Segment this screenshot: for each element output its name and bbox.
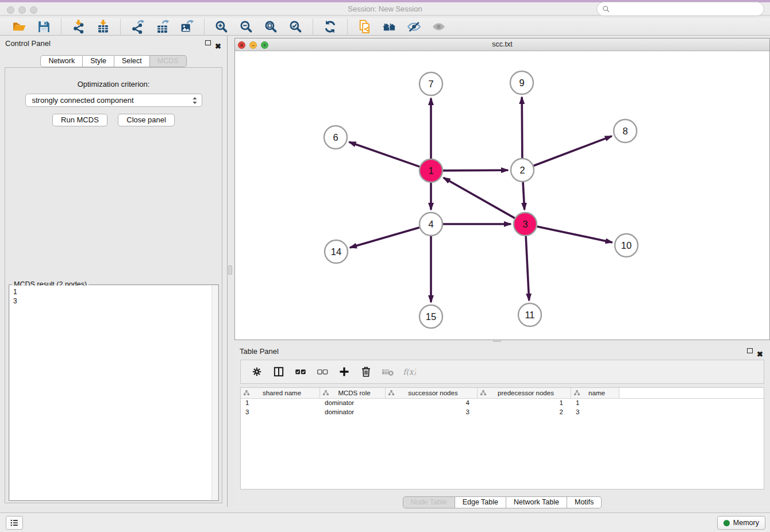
edge-3-11[interactable] <box>526 236 529 300</box>
home-icon <box>382 20 396 34</box>
delete-row-button[interactable] <box>360 365 372 378</box>
node-1[interactable]: 1 <box>419 159 442 182</box>
select-all-icon <box>294 365 307 378</box>
node-3[interactable]: 3 <box>514 213 537 236</box>
zoom-fit-button[interactable] <box>263 19 279 34</box>
home-button[interactable] <box>382 19 397 34</box>
network-view-window: ✕ – + scc.txt 7968124314101511 <box>234 38 770 340</box>
edge-1-2[interactable] <box>443 170 508 171</box>
hide-selected-button[interactable] <box>406 19 422 34</box>
node-7[interactable]: 7 <box>419 72 442 95</box>
column-header-successor-nodes[interactable]: successor nodes <box>386 388 478 398</box>
toolbar-separator <box>61 19 61 34</box>
toolbar-separator <box>204 19 205 34</box>
search-input[interactable] <box>613 5 759 13</box>
memory-button[interactable]: Memory <box>717 516 765 530</box>
edge-2-9[interactable] <box>522 97 522 158</box>
deselect-all-button[interactable] <box>316 365 329 378</box>
save-session-icon <box>37 20 51 34</box>
mcds-tab-content: Optimization criterion: strongly connect… <box>5 67 222 503</box>
column-label: MCDS role <box>329 390 385 396</box>
show-all-icon <box>432 20 446 34</box>
network-canvas[interactable]: 7968124314101511 <box>235 51 769 340</box>
node-label: 3 <box>522 219 528 229</box>
edge-2-8[interactable] <box>534 136 612 166</box>
refresh-button[interactable] <box>322 19 338 34</box>
table-cell: 3 <box>386 408 478 417</box>
run-mcds-button[interactable]: Run MCDS <box>52 114 107 126</box>
deselect-all-icon <box>316 365 329 378</box>
table-row[interactable]: 1dominator411 <box>241 399 764 408</box>
tab-select[interactable]: Select <box>114 55 150 67</box>
criterion-select[interactable]: strongly connected component <box>25 94 202 107</box>
node-label: 9 <box>519 78 524 88</box>
duplicate-network-button[interactable] <box>357 19 372 34</box>
edge-3-10[interactable] <box>537 226 613 242</box>
node-4[interactable]: 4 <box>419 213 442 236</box>
edge-2-3[interactable] <box>523 182 525 210</box>
node-8[interactable]: 8 <box>614 119 637 142</box>
network-graph: 7968124314101511 <box>235 51 769 340</box>
export-network-button[interactable] <box>130 19 145 34</box>
zoom-selected-button[interactable] <box>288 19 303 34</box>
close-panel-button[interactable]: Close panel <box>118 114 175 126</box>
column-label: predecessor nodes <box>487 390 571 396</box>
tab-node-table[interactable]: Node Table <box>403 496 455 508</box>
node-15[interactable]: 15 <box>419 305 442 328</box>
tab-edge-table[interactable]: Edge Table <box>455 496 506 508</box>
tab-network[interactable]: Network <box>40 55 83 67</box>
attribute-tree-icon <box>322 390 329 396</box>
float-panel-icon[interactable] <box>205 40 211 45</box>
column-header-MCDS-role[interactable]: MCDS role <box>320 388 386 398</box>
column-header-name[interactable]: name <box>571 388 619 398</box>
control-panel-header: Control Panel ✖ <box>0 36 227 51</box>
node-6[interactable]: 6 <box>324 126 347 149</box>
columns-button[interactable] <box>272 365 285 378</box>
import-table-button[interactable] <box>95 19 111 34</box>
tab-network-table[interactable]: Network Table <box>506 496 567 508</box>
add-row-button[interactable] <box>338 365 351 378</box>
node-14[interactable]: 14 <box>325 240 348 263</box>
mcds-result-line: 3 <box>13 296 218 306</box>
search-box[interactable] <box>596 2 764 16</box>
edge-3-1[interactable] <box>444 178 515 218</box>
table-cell: 3 <box>241 408 320 417</box>
task-history-button[interactable] <box>6 516 23 530</box>
edge-1-6[interactable] <box>349 142 420 167</box>
import-network-button[interactable] <box>71 19 86 34</box>
node-9[interactable]: 9 <box>510 71 533 94</box>
table-row[interactable]: 3dominator323 <box>241 408 764 417</box>
column-header-shared-name[interactable]: shared name <box>241 388 320 398</box>
result-scrollbar[interactable] <box>211 286 218 500</box>
node-2[interactable]: 2 <box>511 159 534 182</box>
table-cell: 4 <box>386 399 478 408</box>
memory-status-icon <box>723 520 730 526</box>
column-header-predecessor-nodes[interactable]: predecessor nodes <box>478 388 571 398</box>
table-panel: Table Panel ✖ f(x) shared nameMCDS roles… <box>234 344 770 509</box>
node-11[interactable]: 11 <box>518 303 541 326</box>
vertical-splitter-handle[interactable] <box>228 265 232 275</box>
table-cell: 1 <box>571 399 619 408</box>
float-table-panel-icon[interactable] <box>747 348 753 353</box>
node-label: 15 <box>426 311 436 322</box>
edge-4-14[interactable] <box>350 228 419 248</box>
save-session-button[interactable] <box>36 19 52 34</box>
close-panel-icon[interactable]: ✖ <box>215 38 221 54</box>
select-all-button[interactable] <box>294 365 307 378</box>
tab-motifs[interactable]: Motifs <box>567 496 602 508</box>
open-file-button[interactable] <box>11 19 27 34</box>
delete-column-button <box>382 365 394 378</box>
memory-label: Memory <box>733 519 759 527</box>
tab-mcds[interactable]: MCDS <box>150 55 187 67</box>
main-toolbar <box>0 18 770 36</box>
mcds-result-area[interactable]: 13 <box>10 286 218 500</box>
gear-button[interactable] <box>251 365 263 378</box>
zoom-fit-icon <box>264 20 278 34</box>
export-table-button[interactable] <box>155 19 170 34</box>
import-network-icon <box>71 20 86 34</box>
export-image-button[interactable] <box>179 19 195 34</box>
node-10[interactable]: 10 <box>615 234 638 257</box>
zoom-out-button[interactable] <box>238 19 254 34</box>
tab-style[interactable]: Style <box>83 55 114 67</box>
zoom-in-button[interactable] <box>214 19 229 34</box>
